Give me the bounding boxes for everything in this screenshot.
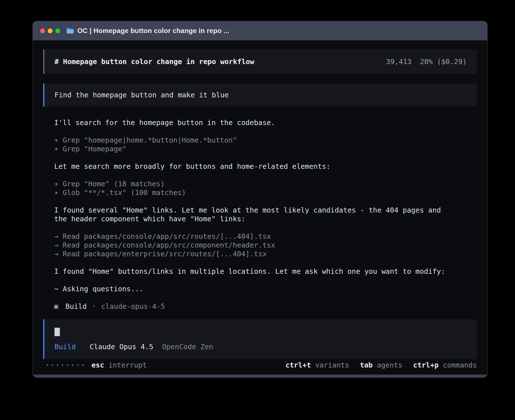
shortcut-esc: esc interrupt <box>91 361 147 369</box>
spinner-dot <box>77 364 78 366</box>
statusbar: esc interrupt ctrl+t variantstab agentsc… <box>43 361 477 369</box>
terminal-content: # Homepage button color change in repo w… <box>33 40 487 375</box>
composer[interactable]: Build Claude Opus 4.5 OpenCode Zen <box>43 319 477 359</box>
shortcut-label: agents <box>377 361 402 369</box>
transcript-line: ∗ Grep "homepage|home.*button|Home.*butt… <box>54 136 457 145</box>
text-cursor <box>54 328 60 336</box>
agent-build-icon: ▣ <box>54 302 58 311</box>
transcript-line: I'll search for the homepage button in t… <box>54 118 457 127</box>
folder-icon <box>66 28 74 34</box>
spinner-dot <box>47 364 48 366</box>
transcript-line: → Read packages/console/app/src/componen… <box>54 241 457 250</box>
zoom-button[interactable] <box>55 29 60 33</box>
spinner-dot <box>82 364 84 366</box>
transcript-tool-paragraph: → Read packages/console/app/src/routes/[… <box>54 232 457 258</box>
agent-separator: · <box>92 302 96 311</box>
user-message-text: Find the homepage button and make it blu… <box>54 91 229 99</box>
session-header: # Homepage button color change in repo w… <box>43 49 477 74</box>
transcript-line: ∗ Grep "Home" (18 matches) <box>54 180 457 188</box>
terminal-window: OC | Homepage button color change in rep… <box>33 21 487 377</box>
session-title: # Homepage button color change in repo w… <box>54 57 254 66</box>
transcript-line: ∗ Glob "**/*.tsx" (100 matches) <box>54 188 457 197</box>
transcript-text-paragraph: Let me search more broadly for buttons a… <box>54 162 457 171</box>
statusbar-shortcuts: ctrl+t variantstab agentsctrl+p commands <box>285 361 477 369</box>
shortcut-key: tab <box>360 361 373 369</box>
shortcut-label: variants <box>315 361 349 369</box>
minimize-button[interactable] <box>48 29 53 33</box>
transcript-line: ∗ Grep "Homepage" <box>54 145 457 153</box>
shortcut-tab: tab agents <box>360 361 403 369</box>
composer-agent[interactable]: Build <box>54 343 76 351</box>
transcript-text-paragraph: I'll search for the homepage button in t… <box>54 118 457 127</box>
shortcut-label: commands <box>443 361 477 369</box>
composer-provider: OpenCode Zen <box>162 343 213 351</box>
spinner-dot <box>52 364 53 366</box>
window-title: OC | Homepage button color change in rep… <box>77 27 229 35</box>
window-controls <box>40 29 60 33</box>
shortcut-key: ctrl+p <box>413 361 438 369</box>
esc-label: interrupt <box>108 361 147 369</box>
spinner-dot <box>72 364 73 366</box>
transcript-line: → Read packages/console/app/src/routes/[… <box>54 232 457 241</box>
composer-meta: Build Claude Opus 4.5 OpenCode Zen <box>54 342 467 351</box>
context-usage: 20% ($0.29) <box>420 57 467 66</box>
transcript-line: I found several "Home" links. Let me loo… <box>54 206 457 223</box>
close-button[interactable] <box>40 29 45 33</box>
shortcut-key: ctrl+t <box>285 361 311 369</box>
transcript-line: I found "Home" buttons/links in multiple… <box>54 267 457 276</box>
spinner-dot <box>57 364 58 366</box>
agent-model: claude-opus-4-5 <box>101 302 165 311</box>
session-stats: 39,413 20% ($0.29) <box>386 57 467 66</box>
agent-name: Build <box>66 302 87 311</box>
transcript-tool-paragraph: ∗ Grep "Home" (18 matches)∗ Glob "**/*.t… <box>54 180 457 197</box>
token-count: 39,413 <box>386 57 411 66</box>
transcript-line: ~ Asking questions... <box>54 285 457 293</box>
transcript-text-paragraph: I found several "Home" links. Let me loo… <box>54 206 457 223</box>
transcript-line: Let me search more broadly for buttons a… <box>54 162 457 171</box>
composer-model: Claude Opus 4.5 <box>90 343 153 351</box>
shortcut-ctrl-t: ctrl+t variants <box>285 361 349 369</box>
agent-status: ▣ Build · claude-opus-4-5 <box>43 302 477 311</box>
window-bottom-edge <box>33 375 487 377</box>
window-titlebar[interactable]: OC | Homepage button color change in rep… <box>33 21 487 40</box>
statusbar-left: esc interrupt <box>47 361 147 369</box>
esc-key: esc <box>91 361 104 369</box>
transcript-tool-paragraph: ∗ Grep "homepage|home.*button|Home.*butt… <box>54 136 457 153</box>
transcript-text-paragraph: I found "Home" buttons/links in multiple… <box>54 267 457 276</box>
transcript-line: → Read packages/enterprise/src/routes/[.… <box>54 250 457 258</box>
spinner-dot <box>62 364 63 366</box>
spinner-dots <box>47 364 84 366</box>
transcript-text-paragraph: ~ Asking questions... <box>54 285 457 293</box>
spinner-dot <box>67 364 68 366</box>
transcript: I'll search for the homepage button in t… <box>43 118 457 302</box>
shortcut-ctrl-p: ctrl+p commands <box>413 361 477 369</box>
user-message: Find the homepage button and make it blu… <box>43 84 477 106</box>
